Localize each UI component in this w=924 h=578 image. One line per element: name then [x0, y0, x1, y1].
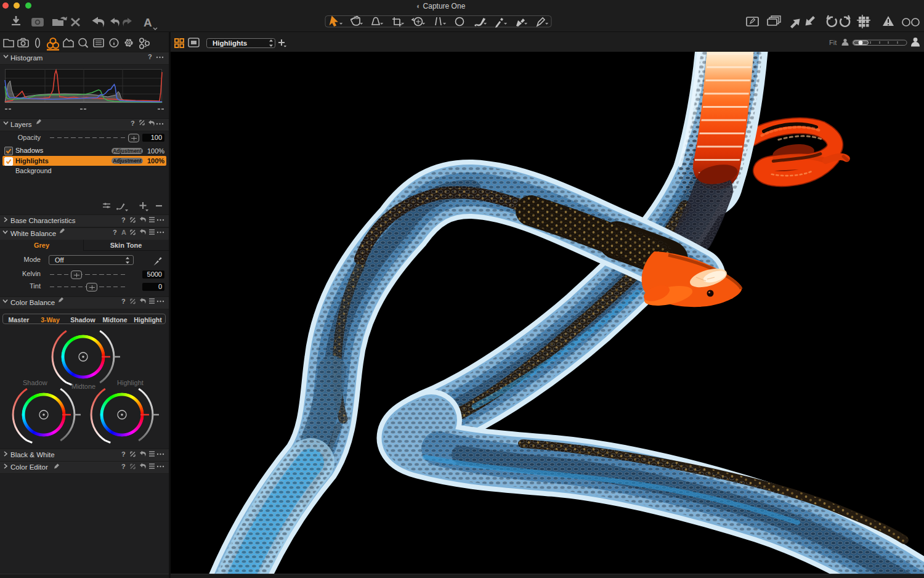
- svg-text:Fit: Fit: [829, 39, 837, 46]
- svg-text:A: A: [144, 16, 152, 29]
- svg-text:?: ?: [131, 120, 135, 127]
- svg-text:?: ?: [121, 450, 126, 458]
- svg-text:A: A: [121, 229, 126, 236]
- svg-text:?: ?: [113, 229, 117, 236]
- svg-text:?: ?: [121, 298, 126, 305]
- svg-text:?: ?: [121, 463, 126, 470]
- svg-text:?: ?: [148, 53, 152, 60]
- svg-text:Highlights: Highlights: [213, 39, 247, 47]
- svg-text:?: ?: [121, 216, 126, 224]
